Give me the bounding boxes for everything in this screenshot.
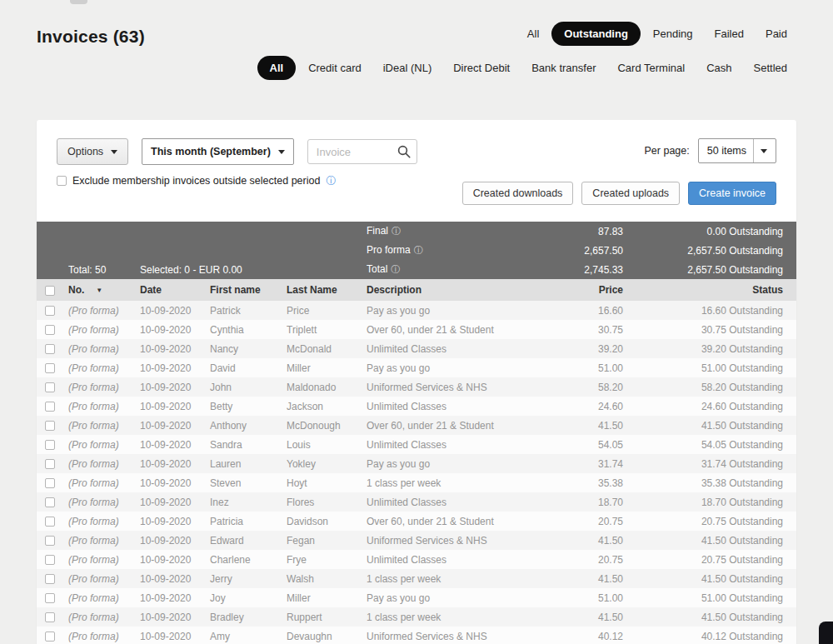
invoice-first-name: Nancy	[203, 339, 280, 358]
invoice-row[interactable]: (Pro forma) 10-09-2020 Steven Hoyt 1 cla…	[37, 473, 796, 492]
invoice-number: (Pro forma)	[62, 377, 133, 397]
select-all-checkbox[interactable]	[45, 286, 55, 296]
invoice-last-name: Triplett	[280, 320, 360, 339]
exclude-membership-checkbox[interactable]	[57, 176, 67, 186]
row-checkbox[interactable]	[45, 325, 55, 335]
invoice-row[interactable]: (Pro forma) 10-09-2020 Anthony McDonough…	[37, 416, 796, 435]
invoice-last-name: Hoyt	[280, 473, 360, 492]
info-icon[interactable]: ⓘ	[392, 226, 401, 236]
column-header-status[interactable]: Status	[630, 279, 796, 301]
invoice-row[interactable]: (Pro forma) 10-09-2020 Betty Jackson Unl…	[37, 397, 796, 416]
summary-total-count: Total: 50	[62, 260, 133, 279]
create-invoice-button[interactable]: Create invoice	[688, 182, 776, 205]
info-icon[interactable]: ⓘ	[326, 176, 336, 186]
per-page-control: Per page: 50 items	[645, 138, 776, 163]
invoice-description: Over 60, under 21 & Student	[360, 512, 563, 531]
invoice-row[interactable]: (Pro forma) 10-09-2020 Jerry Walsh 1 cla…	[37, 569, 796, 588]
invoice-row[interactable]: (Pro forma) 10-09-2020 David Miller Pay …	[37, 358, 796, 377]
row-checkbox[interactable]	[45, 344, 55, 354]
per-page-select[interactable]: 50 items	[698, 138, 776, 163]
invoice-row[interactable]: (Pro forma) 10-09-2020 Cynthia Triplett …	[37, 320, 796, 339]
invoice-date: 10-09-2020	[133, 531, 203, 550]
invoice-row[interactable]: (Pro forma) 10-09-2020 Patrick Price Pay…	[37, 301, 796, 320]
status-filter-pending[interactable]: Pending	[644, 22, 702, 45]
invoice-row[interactable]: (Pro forma) 10-09-2020 John Maldonado Un…	[37, 377, 796, 397]
status-filter-failed[interactable]: Failed	[706, 22, 753, 45]
invoice-row[interactable]: (Pro forma) 10-09-2020 Sandra Louis Unli…	[37, 435, 796, 454]
invoice-description: Over 60, under 21 & Student	[360, 416, 563, 435]
created-downloads-button[interactable]: Created downloads	[462, 182, 574, 205]
invoice-number: (Pro forma)	[62, 473, 133, 492]
chat-widget-corner[interactable]	[819, 622, 833, 644]
invoice-row[interactable]: (Pro forma) 10-09-2020 Edward Fegan Unif…	[37, 531, 796, 550]
payment-filter-bank-transfer[interactable]: Bank transfer	[522, 57, 605, 79]
row-checkbox[interactable]	[45, 574, 55, 584]
invoice-row[interactable]: (Pro forma) 10-09-2020 Amy Devaughn Unif…	[37, 627, 796, 644]
invoice-description: Pay as you go	[360, 588, 563, 607]
payment-filter-ideal-nl-[interactable]: iDeal (NL)	[374, 57, 441, 79]
invoice-first-name: Inez	[203, 492, 280, 512]
column-header-first-name[interactable]: First name	[203, 279, 280, 301]
invoice-date: 10-09-2020	[133, 569, 203, 588]
payment-filter-cash[interactable]: Cash	[697, 57, 741, 79]
row-checkbox[interactable]	[45, 363, 55, 373]
payment-filter-credit-card[interactable]: Credit card	[299, 57, 371, 79]
payment-filter-settled[interactable]: Settled	[745, 57, 796, 79]
invoice-first-name: Patrick	[203, 301, 280, 320]
status-filter-paid[interactable]: Paid	[756, 22, 796, 45]
invoice-row[interactable]: (Pro forma) 10-09-2020 Joy Miller Pay as…	[37, 588, 796, 607]
invoice-date: 10-09-2020	[133, 416, 203, 435]
row-checkbox[interactable]	[45, 536, 55, 546]
row-checkbox[interactable]	[45, 459, 55, 469]
row-checkbox[interactable]	[45, 306, 55, 316]
row-checkbox[interactable]	[45, 382, 55, 392]
summary-body: Finalⓘ 87.83 0.00 Outstanding Pro formaⓘ…	[37, 222, 796, 279]
invoice-date: 10-09-2020	[133, 397, 203, 416]
payment-filter-card-terminal[interactable]: Card Terminal	[608, 57, 694, 79]
invoice-row[interactable]: (Pro forma) 10-09-2020 Bradley Ruppert 1…	[37, 607, 796, 627]
row-checkbox[interactable]	[45, 497, 55, 507]
invoice-number: (Pro forma)	[62, 492, 133, 512]
invoice-row[interactable]: (Pro forma) 10-09-2020 Lauren Yokley Pay…	[37, 454, 796, 473]
row-checkbox[interactable]	[45, 421, 55, 431]
invoice-row[interactable]: (Pro forma) 10-09-2020 Inez Flores Unlim…	[37, 492, 796, 512]
column-header-date[interactable]: Date	[133, 279, 203, 301]
period-select[interactable]: This month (September)	[142, 138, 294, 165]
row-checkbox[interactable]	[45, 478, 55, 488]
status-filter-outstanding[interactable]: Outstanding	[551, 22, 641, 46]
summary-label-cell: Pro formaⓘ	[360, 241, 563, 260]
payment-filter-row: AllCredit cardiDeal (NL)Direct DebitBank…	[257, 56, 797, 80]
invoice-row[interactable]: (Pro forma) 10-09-2020 Patricia Davidson…	[37, 512, 796, 531]
row-checkbox[interactable]	[45, 593, 55, 603]
row-checkbox[interactable]	[45, 517, 55, 527]
invoice-price: 41.50	[563, 531, 630, 550]
info-icon[interactable]: ⓘ	[391, 264, 400, 274]
summary-row: Total: 50 Selected: 0 - EUR 0.00 Totalⓘ …	[37, 260, 796, 279]
column-header-price[interactable]: Price	[563, 279, 630, 301]
info-icon[interactable]: ⓘ	[414, 245, 423, 255]
invoice-description: Unlimited Classes	[360, 397, 563, 416]
row-checkbox[interactable]	[45, 612, 55, 622]
invoice-price: 41.50	[563, 607, 630, 627]
invoice-number: (Pro forma)	[62, 397, 133, 416]
invoice-row[interactable]: (Pro forma) 10-09-2020 Nancy McDonald Un…	[37, 339, 796, 358]
options-button[interactable]: Options	[57, 138, 128, 165]
invoice-price: 18.70	[563, 492, 630, 512]
invoice-first-name: Jerry	[203, 569, 280, 588]
row-checkbox[interactable]	[45, 440, 55, 450]
invoice-first-name: Betty	[203, 397, 280, 416]
row-checkbox[interactable]	[45, 555, 55, 565]
row-checkbox[interactable]	[45, 632, 55, 642]
row-checkbox[interactable]	[45, 402, 55, 412]
payment-filter-direct-debit[interactable]: Direct Debit	[444, 57, 519, 79]
column-header-description[interactable]: Description	[360, 279, 563, 301]
invoice-row[interactable]: (Pro forma) 10-09-2020 Charlene Frye Unl…	[37, 550, 796, 569]
payment-filter-all[interactable]: All	[257, 56, 297, 80]
status-filter-all[interactable]: All	[518, 22, 548, 45]
column-header-no[interactable]: No.▼	[62, 279, 133, 301]
created-uploads-button[interactable]: Created uploads	[581, 182, 680, 205]
invoice-last-name: Miller	[280, 588, 360, 607]
invoice-status: 18.70 Outstanding	[630, 492, 796, 512]
cropped-ui-fragment	[70, 0, 87, 4]
column-header-last-name[interactable]: Last Name	[280, 279, 360, 301]
